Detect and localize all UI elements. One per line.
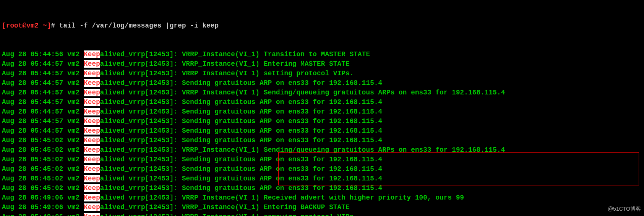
log-line: Aug 28 05:44:57 vm2 Keepalived_vrrp[1245… <box>2 88 642 97</box>
log-line: Aug 28 05:44:57 vm2 Keepalived_vrrp[1245… <box>2 107 642 117</box>
log-line: Aug 28 05:45:02 vm2 Keepalived_vrrp[1245… <box>2 164 642 174</box>
log-timestamp: Aug 28 05:44:57 vm2 <box>2 98 84 106</box>
log-message: alived_vrrp[12453]: Sending gratuitous A… <box>100 127 382 135</box>
log-message: alived_vrrp[12453]: VRRP_Instance(VI_1) … <box>100 70 354 77</box>
grep-match: Keep <box>84 203 100 211</box>
prompt-symbol: # <box>51 22 59 29</box>
log-timestamp: Aug 28 05:44:57 vm2 <box>2 108 84 115</box>
grep-match: Keep <box>84 146 100 154</box>
log-timestamp: Aug 28 05:44:57 vm2 <box>2 60 84 68</box>
log-line: Aug 28 05:45:02 vm2 Keepalived_vrrp[1245… <box>2 184 642 193</box>
log-timestamp: Aug 28 05:49:06 vm2 <box>2 203 84 211</box>
log-message: alived_vrrp[12453]: VRRP_Instance(VI_1) … <box>100 89 505 96</box>
grep-match: Keep <box>84 60 100 68</box>
log-timestamp: Aug 28 05:44:56 vm2 <box>2 50 84 58</box>
log-message: alived_vrrp[12453]: VRRP_Instance(VI_1) … <box>100 203 350 211</box>
log-message: alived_vrrp[12453]: VRRP_Instance(VI_1) … <box>100 50 370 58</box>
grep-match: Keep <box>84 89 100 96</box>
log-timestamp: Aug 28 05:49:06 vm2 <box>2 194 84 201</box>
log-message: alived_vrrp[12453]: Sending gratuitous A… <box>100 165 382 173</box>
log-message: alived_vrrp[12453]: Sending gratuitous A… <box>100 184 382 192</box>
log-timestamp: Aug 28 05:45:02 vm2 <box>2 146 84 154</box>
log-timestamp: Aug 28 05:45:02 vm2 <box>2 184 84 192</box>
log-line: Aug 28 05:44:57 vm2 Keepalived_vrrp[1245… <box>2 59 642 69</box>
log-message: alived_vrrp[12453]: Sending gratuitous A… <box>100 175 382 182</box>
log-line: Aug 28 05:45:02 vm2 Keepalived_vrrp[1245… <box>2 155 642 164</box>
watermark: @51CTO博客 <box>608 204 641 214</box>
grep-match: Keep <box>84 184 100 192</box>
log-timestamp: Aug 28 05:44:57 vm2 <box>2 79 84 87</box>
log-message: alived_vrrp[12453]: VRRP_Instance(VI_1) … <box>100 194 464 201</box>
grep-match: Keep <box>84 127 100 135</box>
log-message: alived_vrrp[12453]: Sending gratuitous A… <box>100 156 382 163</box>
log-line: Aug 28 05:44:56 vm2 Keepalived_vrrp[1245… <box>2 50 642 59</box>
grep-match: Keep <box>84 175 100 182</box>
terminal[interactable]: [root@vm2 ~]# tail -f /var/log/messages … <box>0 0 644 216</box>
grep-match: Keep <box>84 50 100 58</box>
grep-match: Keep <box>84 165 100 173</box>
grep-match: Keep <box>84 117 100 125</box>
log-line: Aug 28 05:44:57 vm2 Keepalived_vrrp[1245… <box>2 78 642 88</box>
log-line: Aug 28 05:45:02 vm2 Keepalived_vrrp[1245… <box>2 136 642 145</box>
log-line: Aug 28 05:49:06 vm2 Keepalived_vrrp[1245… <box>2 203 642 212</box>
log-timestamp: Aug 28 05:45:02 vm2 <box>2 175 84 182</box>
log-timestamp: Aug 28 05:44:57 vm2 <box>2 127 84 135</box>
log-line: Aug 28 05:44:57 vm2 Keepalived_vrrp[1245… <box>2 117 642 126</box>
log-line: Aug 28 05:44:57 vm2 Keepalived_vrrp[1245… <box>2 97 642 107</box>
log-timestamp: Aug 28 05:45:02 vm2 <box>2 165 84 173</box>
grep-match: Keep <box>84 108 100 115</box>
grep-match: Keep <box>84 213 100 216</box>
log-message: alived_vrrp[12453]: VRRP_Instance(VI_1) … <box>100 60 350 68</box>
grep-match: Keep <box>84 194 100 201</box>
log-message: alived_vrrp[12453]: Sending gratuitous A… <box>100 136 382 144</box>
log-message: alived_vrrp[12453]: Sending gratuitous A… <box>100 108 382 115</box>
log-line: Aug 28 05:49:06 vm2 Keepalived_vrrp[1245… <box>2 193 642 203</box>
grep-match: Keep <box>84 136 100 144</box>
command-line: [root@vm2 ~]# tail -f /var/log/messages … <box>2 21 642 31</box>
log-line: Aug 28 05:45:02 vm2 Keepalived_vrrp[1245… <box>2 145 642 155</box>
log-line: Aug 28 05:45:02 vm2 Keepalived_vrrp[1245… <box>2 174 642 184</box>
log-message: alived_vrrp[12453]: Sending gratuitous A… <box>100 79 382 87</box>
log-timestamp: Aug 28 05:49:06 vm2 <box>2 213 84 216</box>
log-message: alived_vrrp[12453]: Sending gratuitous A… <box>100 117 382 125</box>
grep-match: Keep <box>84 156 100 163</box>
log-timestamp: Aug 28 05:45:02 vm2 <box>2 136 84 144</box>
grep-match: Keep <box>84 79 100 87</box>
log-timestamp: Aug 28 05:44:57 vm2 <box>2 117 84 125</box>
grep-match: Keep <box>84 70 100 77</box>
log-message: alived_vrrp[12453]: VRRP_Instance(VI_1) … <box>100 213 358 216</box>
grep-match: Keep <box>84 98 100 106</box>
log-line: Aug 28 05:44:57 vm2 Keepalived_vrrp[1245… <box>2 126 642 136</box>
log-output: Aug 28 05:44:56 vm2 Keepalived_vrrp[1245… <box>2 50 642 216</box>
log-message: alived_vrrp[12453]: Sending gratuitous A… <box>100 98 382 106</box>
log-timestamp: Aug 28 05:44:57 vm2 <box>2 70 84 77</box>
log-message: alived_vrrp[12453]: VRRP_Instance(VI_1) … <box>100 146 505 154</box>
log-timestamp: Aug 28 05:44:57 vm2 <box>2 89 84 96</box>
prompt-userhost: [root@vm2 ~] <box>2 22 51 29</box>
log-timestamp: Aug 28 05:45:02 vm2 <box>2 156 84 163</box>
log-line: Aug 28 05:44:57 vm2 Keepalived_vrrp[1245… <box>2 69 642 78</box>
typed-command: tail -f /var/log/messages |grep -i keep <box>59 22 219 29</box>
log-line: Aug 28 05:49:06 vm2 Keepalived_vrrp[1245… <box>2 212 642 216</box>
